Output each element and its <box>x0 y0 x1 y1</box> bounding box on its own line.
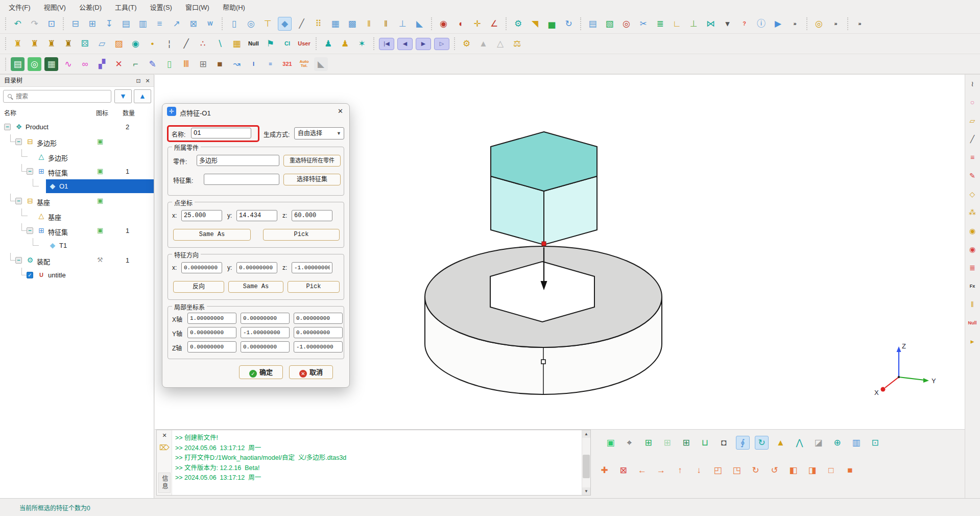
robot-sim-icon[interactable]: ♟ <box>321 37 335 51</box>
corner-measure-icon[interactable]: ∟ <box>670 17 684 31</box>
log-tab-info[interactable]: 信息 <box>158 473 171 493</box>
scroll-up-icon[interactable]: ▲ <box>582 430 590 438</box>
fixture-point-icon[interactable]: ♜ <box>11 37 25 51</box>
line-angle-icon[interactable]: ╱ <box>179 37 193 51</box>
pins-tool-icon[interactable]: ‖ <box>966 298 978 311</box>
fit-view-icon[interactable]: ⊡ <box>868 436 882 450</box>
surface-points-icon[interactable]: ⠿ <box>312 17 325 31</box>
gear-tool-icon[interactable]: ⚙ <box>460 37 473 51</box>
fixture-surface-icon[interactable]: ♜ <box>61 37 75 51</box>
report-doc-icon[interactable]: ▤ <box>119 17 133 31</box>
case-tool-icon[interactable]: ■ <box>213 57 227 71</box>
cube-solid-icon[interactable]: ■ <box>843 463 857 477</box>
ring-tolerance-icon[interactable]: ◉ <box>129 37 142 51</box>
dir-z-input[interactable] <box>292 262 332 273</box>
ring-part-icon[interactable]: ◎ <box>812 17 826 31</box>
collapse-icon[interactable]: − <box>15 198 22 204</box>
tree-item-label[interactable]: 特征集 <box>48 227 68 237</box>
heatmap-tolerance-icon[interactable]: ▨ <box>112 37 126 51</box>
lcs-input-0-1[interactable] <box>241 313 290 324</box>
dark-panel-icon[interactable]: ▦ <box>44 57 58 71</box>
table-row-装配[interactable]: −⚙装配⚒1 <box>0 253 154 268</box>
clear-log-icon[interactable]: ⌦ <box>157 443 172 452</box>
reselect-part-button[interactable]: 重选特征所在零件 <box>283 155 341 167</box>
ellipse-tool-icon[interactable]: ○ <box>966 96 978 108</box>
tag-tool-icon[interactable]: ▸ <box>966 335 978 347</box>
robot-arm-icon[interactable]: ⌐ <box>129 57 142 71</box>
view-left-icon[interactable]: ← <box>635 463 649 477</box>
tree-item-label[interactable]: O1 <box>59 182 68 190</box>
beam-tool-icon[interactable]: I <box>247 57 260 71</box>
table-row-untitle[interactable]: ✓Uuntitle <box>0 268 154 283</box>
plane-offset-icon[interactable]: ⊥ <box>396 17 410 31</box>
tree-item-label[interactable]: T1 <box>59 242 67 249</box>
diamond-tool-icon[interactable]: ◇ <box>966 188 978 200</box>
cross-mark-icon[interactable]: ✕ <box>112 57 126 71</box>
trajectory-tool-icon[interactable]: ↝ <box>230 57 244 71</box>
menu-item-help[interactable]: 帮助(H) <box>216 1 252 13</box>
redo-icon[interactable]: ↷ <box>28 17 41 31</box>
cube-outline-icon[interactable]: □ <box>824 463 838 477</box>
point-feature-icon[interactable]: ◆ <box>278 17 292 31</box>
tree-item-label[interactable]: 基座 <box>37 197 50 207</box>
lcs-input-2-1[interactable] <box>241 341 290 353</box>
point-z-input[interactable] <box>292 210 332 221</box>
menu-item-window[interactable]: 窗口(W) <box>179 1 216 13</box>
hook-tool-icon[interactable]: ≀ <box>966 78 978 90</box>
step-forward-icon[interactable]: ▶ <box>416 38 431 50</box>
stack-balance-icon[interactable]: ⚖ <box>510 37 524 51</box>
table-row-特征集[interactable]: −⊞特征集▣1 <box>0 223 154 238</box>
tree-item-label[interactable]: 多边形 <box>48 153 68 162</box>
more-tools-3-icon[interactable]: » <box>853 17 867 31</box>
hole-feature-icon[interactable]: ◎ <box>244 17 258 31</box>
fixture-hole-icon[interactable]: ♜ <box>44 37 58 51</box>
split-panel-icon[interactable]: ▞ <box>95 57 109 71</box>
calculator-tool-icon[interactable]: ⊞ <box>196 57 210 71</box>
line-feature-icon[interactable]: ╱ <box>295 17 308 31</box>
new-file-icon[interactable]: ⊞ <box>85 17 99 31</box>
spring-tool-icon[interactable]: ≣ <box>653 17 667 31</box>
pink-rings-icon[interactable]: ∞ <box>78 57 92 71</box>
lock-view-icon[interactable]: ⊔ <box>698 436 712 450</box>
collapse-icon[interactable]: − <box>15 257 22 264</box>
tree-item-label[interactable]: Product <box>26 123 49 131</box>
table-row-多边形[interactable]: △多边形 <box>0 149 154 164</box>
terrain-axes-icon[interactable]: ⋀ <box>793 436 806 450</box>
more-tools-2-icon[interactable]: » <box>829 17 843 31</box>
view-right-icon[interactable]: → <box>654 463 668 477</box>
point-y-input[interactable] <box>236 210 277 221</box>
lcs-input-2-0[interactable] <box>187 341 236 353</box>
menu-item-settings[interactable]: 设置(S) <box>144 1 179 13</box>
model-info-icon[interactable]: ⓘ <box>754 17 768 31</box>
flag-feature-icon[interactable]: ⚑ <box>264 37 277 51</box>
collapse-icon[interactable]: − <box>15 138 22 145</box>
table-row-O1[interactable]: ◆O1 <box>0 179 154 194</box>
view-corner-icon[interactable]: ◨ <box>805 463 819 477</box>
ci-tolerance-icon[interactable]: CI <box>280 37 294 51</box>
point-stem-icon[interactable]: • <box>146 37 159 51</box>
cylinder-feature-icon[interactable]: ▯ <box>227 17 241 31</box>
clip-toggle-icon[interactable]: ∮ <box>736 436 750 450</box>
contribution-chart-icon[interactable]: ▅ <box>545 17 559 31</box>
grid-snap-icon[interactable]: ⊞ <box>641 436 655 450</box>
rotate-cw-icon[interactable]: ↻ <box>749 463 762 477</box>
rotate-ccw-icon[interactable]: ↺ <box>768 463 781 477</box>
pin-rack-icon[interactable]: Ⅲ <box>179 57 193 71</box>
robot-fixture-icon[interactable]: ♟ <box>338 37 352 51</box>
disc-selection-handle[interactable] <box>541 360 545 364</box>
mesh-surface-icon[interactable]: ▦ <box>328 17 342 31</box>
ok-button[interactable]: ✓确定 <box>239 365 283 379</box>
panel-close-icon[interactable]: ✕ <box>144 77 152 85</box>
null-tool-icon[interactable]: Null <box>966 317 978 329</box>
dialog-title-bar[interactable]: ✛ 点特征-O1 ✕ <box>162 104 349 119</box>
camera-view-icon[interactable]: ◘ <box>717 436 731 450</box>
menu-item-file[interactable]: 文件(F) <box>2 1 37 13</box>
mesh-gold-icon[interactable]: ▦ <box>230 37 244 51</box>
lcs-input-1-1[interactable] <box>241 327 290 338</box>
search-input[interactable] <box>16 91 109 102</box>
target-report-icon[interactable]: ◎ <box>619 17 633 31</box>
pan-view-icon[interactable]: ✚ <box>597 463 611 477</box>
doc-list-icon[interactable]: ≡ <box>153 17 166 31</box>
dir-y-input[interactable] <box>236 262 277 273</box>
lcs-input-2-2[interactable] <box>294 341 343 353</box>
